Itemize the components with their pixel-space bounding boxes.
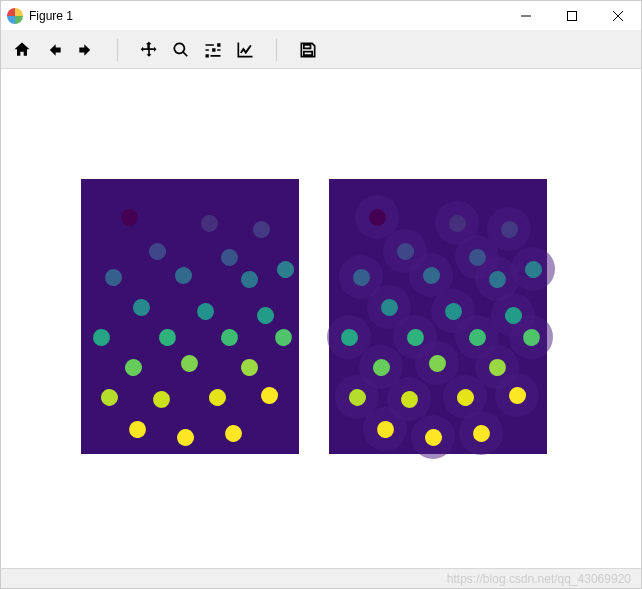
pan-button[interactable] [134, 35, 164, 65]
data-point [147, 241, 169, 263]
data-point [220, 328, 239, 347]
svg-rect-1 [568, 11, 577, 20]
data-point [238, 356, 260, 378]
arrow-right-icon [76, 40, 96, 60]
data-point [102, 266, 125, 289]
separator [276, 39, 277, 61]
zoom-button[interactable] [166, 35, 196, 65]
data-point [156, 326, 179, 349]
data-point [224, 424, 242, 442]
data-point [240, 270, 260, 290]
data-point [200, 214, 219, 233]
move-icon [139, 40, 159, 60]
data-point [152, 390, 172, 410]
data-point [251, 219, 272, 240]
data-point [127, 419, 149, 441]
separator [117, 39, 118, 61]
subplot-1 [81, 179, 299, 454]
data-point [260, 386, 278, 404]
toolbar [1, 31, 641, 69]
forward-button[interactable] [71, 35, 101, 65]
data-point [175, 427, 196, 448]
home-icon [12, 40, 32, 60]
data-point [195, 301, 217, 323]
data-point [206, 386, 229, 409]
data-point [122, 356, 144, 378]
figure-canvas[interactable] [1, 69, 641, 568]
sliders-icon [203, 40, 223, 60]
data-point [273, 327, 294, 348]
home-button[interactable] [7, 35, 37, 65]
arrow-left-icon [44, 40, 64, 60]
maximize-button[interactable] [549, 1, 595, 31]
data-point [173, 265, 193, 285]
back-button[interactable] [39, 35, 69, 65]
app-icon [7, 8, 23, 24]
minimize-button[interactable] [503, 1, 549, 31]
data-point [181, 355, 198, 372]
data-point [92, 328, 111, 347]
subplot-2 [329, 179, 547, 454]
data-point [118, 206, 141, 229]
save-icon [298, 40, 318, 60]
save-button[interactable] [293, 35, 323, 65]
zoom-icon [171, 40, 191, 60]
statusbar [1, 568, 641, 588]
data-point [274, 258, 297, 281]
chart-line-icon [235, 40, 255, 60]
data-point [221, 249, 239, 267]
subplots-button[interactable] [198, 35, 228, 65]
titlebar: Figure 1 [1, 1, 641, 31]
close-button[interactable] [595, 1, 641, 31]
window-title: Figure 1 [29, 9, 73, 23]
data-point [255, 305, 276, 326]
data-point [133, 299, 151, 317]
data-point [99, 387, 119, 407]
edit-button[interactable] [230, 35, 260, 65]
